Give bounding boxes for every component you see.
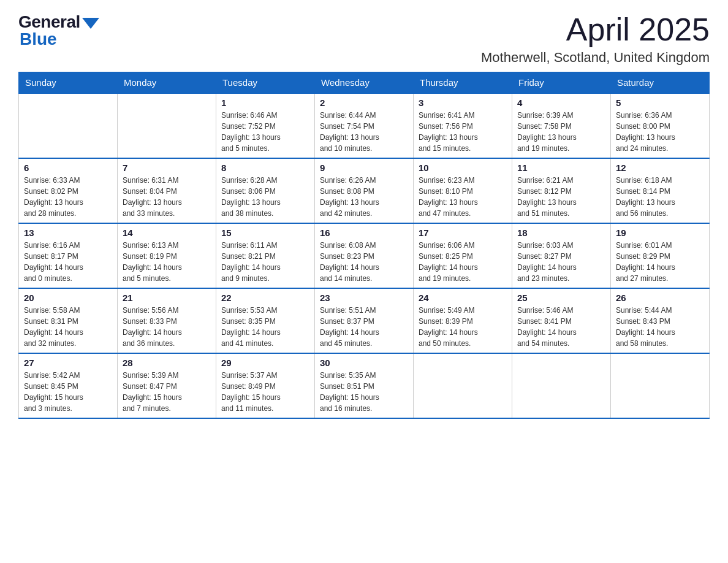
day-number: 18 [517,228,605,238]
day-info-line: and 23 minutes. [517,273,605,284]
day-info: Sunrise: 5:51 AMSunset: 8:37 PMDaylight:… [320,305,408,349]
day-info-line: Sunrise: 5:58 AM [24,305,112,316]
day-info-line: and 27 minutes. [616,273,704,284]
day-number: 16 [320,228,408,238]
calendar-week-row: 6Sunrise: 6:33 AMSunset: 8:02 PMDaylight… [19,158,710,223]
day-number: 20 [24,293,112,303]
calendar-cell: 30Sunrise: 5:35 AMSunset: 8:51 PMDayligh… [315,353,414,418]
day-info-line: Sunset: 7:54 PM [320,121,408,132]
day-info-line: Sunrise: 6:23 AM [419,175,507,186]
day-info-line: and 33 minutes. [123,208,211,219]
day-number: 9 [320,163,408,173]
day-info-line: and 3 minutes. [24,403,112,414]
day-info-line: and 0 minutes. [24,273,112,284]
day-number: 27 [24,358,112,368]
calendar-cell: 9Sunrise: 6:26 AMSunset: 8:08 PMDaylight… [315,158,414,223]
day-info-line: and 7 minutes. [123,403,211,414]
day-info-line: and 24 minutes. [616,143,704,154]
day-info-line: Sunrise: 5:49 AM [419,305,507,316]
day-info: Sunrise: 6:01 AMSunset: 8:29 PMDaylight:… [616,240,704,284]
location-title: Motherwell, Scotland, United Kingdom [481,50,710,66]
day-info: Sunrise: 5:35 AMSunset: 8:51 PMDaylight:… [320,370,408,414]
day-info-line: Daylight: 13 hours [320,132,408,143]
logo: General Blue [18,12,99,49]
calendar-cell: 20Sunrise: 5:58 AMSunset: 8:31 PMDayligh… [19,288,118,353]
day-info: Sunrise: 6:46 AMSunset: 7:52 PMDaylight:… [221,110,309,154]
day-info-line: Daylight: 13 hours [123,197,211,208]
day-number: 1 [221,98,309,108]
calendar-cell: 15Sunrise: 6:11 AMSunset: 8:21 PMDayligh… [216,223,315,288]
day-info-line: Sunset: 8:51 PM [320,381,408,392]
day-info-line: Sunrise: 6:16 AM [24,240,112,251]
calendar-cell: 12Sunrise: 6:18 AMSunset: 8:14 PMDayligh… [611,158,710,223]
day-info-line: Sunset: 8:37 PM [320,316,408,327]
day-info-line: Sunrise: 6:21 AM [517,175,605,186]
day-info: Sunrise: 6:13 AMSunset: 8:19 PMDaylight:… [123,240,211,284]
day-info-line: and 9 minutes. [221,273,309,284]
day-info-line: and 15 minutes. [419,143,507,154]
day-number: 2 [320,98,408,108]
calendar-cell: 23Sunrise: 5:51 AMSunset: 8:37 PMDayligh… [315,288,414,353]
day-info-line: Sunset: 8:45 PM [24,381,112,392]
day-info-line: Sunset: 8:27 PM [517,251,605,262]
day-info: Sunrise: 6:11 AMSunset: 8:21 PMDaylight:… [221,240,309,284]
day-info-line: and 14 minutes. [320,273,408,284]
day-info-line: Daylight: 14 hours [320,262,408,273]
day-info-line: Sunset: 8:29 PM [616,251,704,262]
day-number: 30 [320,358,408,368]
day-info-line: and 10 minutes. [320,143,408,154]
day-number: 24 [419,293,507,303]
calendar-cell: 24Sunrise: 5:49 AMSunset: 8:39 PMDayligh… [414,288,512,353]
day-info-line: Sunset: 8:12 PM [517,186,605,197]
month-title: April 2025 [481,12,710,47]
day-info-line: Daylight: 14 hours [221,327,309,338]
day-info-line: and 58 minutes. [616,338,704,349]
day-info-line: Sunset: 8:41 PM [517,316,605,327]
day-info-line: Sunset: 8:21 PM [221,251,309,262]
calendar-cell: 27Sunrise: 5:42 AMSunset: 8:45 PMDayligh… [19,353,118,418]
day-info: Sunrise: 5:49 AMSunset: 8:39 PMDaylight:… [419,305,507,349]
day-number: 11 [517,163,605,173]
day-info: Sunrise: 6:44 AMSunset: 7:54 PMDaylight:… [320,110,408,154]
day-info: Sunrise: 6:26 AMSunset: 8:08 PMDaylight:… [320,175,408,219]
calendar-header-row: SundayMondayTuesdayWednesdayThursdayFrid… [19,72,710,94]
day-info-line: Sunset: 7:56 PM [419,121,507,132]
day-info-line: Daylight: 15 hours [24,392,112,403]
day-info-line: Sunset: 8:14 PM [616,186,704,197]
day-info-line: Sunset: 7:58 PM [517,121,605,132]
day-number: 28 [123,358,211,368]
calendar-cell: 25Sunrise: 5:46 AMSunset: 8:41 PMDayligh… [512,288,611,353]
day-info-line: Daylight: 14 hours [419,262,507,273]
day-info: Sunrise: 6:31 AMSunset: 8:04 PMDaylight:… [123,175,211,219]
calendar-cell: 8Sunrise: 6:28 AMSunset: 8:06 PMDaylight… [216,158,315,223]
page-header: General Blue April 2025 Motherwell, Scot… [18,12,710,66]
day-info-line: Sunrise: 6:13 AM [123,240,211,251]
day-info-line: and 5 minutes. [123,273,211,284]
day-info-line: Sunset: 8:02 PM [24,186,112,197]
calendar-week-row: 20Sunrise: 5:58 AMSunset: 8:31 PMDayligh… [19,288,710,353]
day-info-line: Sunrise: 5:53 AM [221,305,309,316]
day-info: Sunrise: 6:18 AMSunset: 8:14 PMDaylight:… [616,175,704,219]
day-info-line: Sunrise: 5:39 AM [123,370,211,381]
day-info-line: Sunrise: 6:44 AM [320,110,408,121]
day-info-line: Sunset: 8:06 PM [221,186,309,197]
day-info-line: and 47 minutes. [419,208,507,219]
calendar-week-row: 1Sunrise: 6:46 AMSunset: 7:52 PMDaylight… [19,93,710,158]
day-info-line: Daylight: 14 hours [419,327,507,338]
logo-triangle-icon [82,18,99,29]
day-info-line: Sunrise: 6:36 AM [616,110,704,121]
day-info-line: and 50 minutes. [419,338,507,349]
day-number: 15 [221,228,309,238]
day-info: Sunrise: 5:37 AMSunset: 8:49 PMDaylight:… [221,370,309,414]
calendar-cell: 7Sunrise: 6:31 AMSunset: 8:04 PMDaylight… [118,158,216,223]
day-number: 22 [221,293,309,303]
calendar-header-thursday: Thursday [414,72,512,94]
calendar-header-sunday: Sunday [19,72,118,94]
calendar-cell: 5Sunrise: 6:36 AMSunset: 8:00 PMDaylight… [611,93,710,158]
day-info: Sunrise: 6:28 AMSunset: 8:06 PMDaylight:… [221,175,309,219]
day-info: Sunrise: 6:16 AMSunset: 8:17 PMDaylight:… [24,240,112,284]
calendar-header-wednesday: Wednesday [315,72,414,94]
calendar-cell: 22Sunrise: 5:53 AMSunset: 8:35 PMDayligh… [216,288,315,353]
day-info-line: and 19 minutes. [419,273,507,284]
calendar-cell: 13Sunrise: 6:16 AMSunset: 8:17 PMDayligh… [19,223,118,288]
